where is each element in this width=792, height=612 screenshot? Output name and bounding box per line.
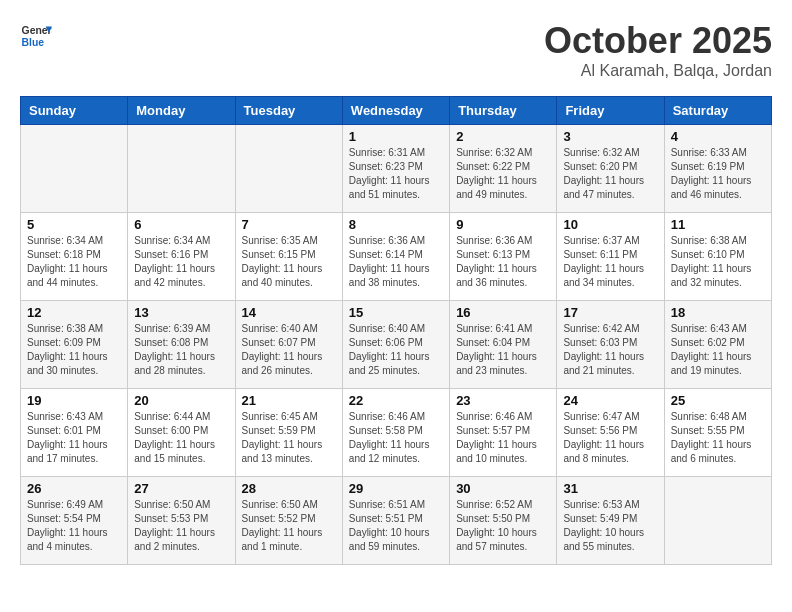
weekday-header: Tuesday bbox=[235, 97, 342, 125]
calendar-day-cell: 12Sunrise: 6:38 AMSunset: 6:09 PMDayligh… bbox=[21, 301, 128, 389]
weekday-header-row: SundayMondayTuesdayWednesdayThursdayFrid… bbox=[21, 97, 772, 125]
day-number: 25 bbox=[671, 393, 765, 408]
day-number: 30 bbox=[456, 481, 550, 496]
day-info: Sunrise: 6:33 AMSunset: 6:19 PMDaylight:… bbox=[671, 146, 765, 202]
day-number: 4 bbox=[671, 129, 765, 144]
weekday-header: Sunday bbox=[21, 97, 128, 125]
calendar-day-cell bbox=[128, 125, 235, 213]
calendar-week-row: 12Sunrise: 6:38 AMSunset: 6:09 PMDayligh… bbox=[21, 301, 772, 389]
day-info: Sunrise: 6:48 AMSunset: 5:55 PMDaylight:… bbox=[671, 410, 765, 466]
weekday-header: Saturday bbox=[664, 97, 771, 125]
calendar-day-cell: 7Sunrise: 6:35 AMSunset: 6:15 PMDaylight… bbox=[235, 213, 342, 301]
calendar-day-cell: 1Sunrise: 6:31 AMSunset: 6:23 PMDaylight… bbox=[342, 125, 449, 213]
day-number: 5 bbox=[27, 217, 121, 232]
day-info: Sunrise: 6:40 AMSunset: 6:07 PMDaylight:… bbox=[242, 322, 336, 378]
day-info: Sunrise: 6:36 AMSunset: 6:14 PMDaylight:… bbox=[349, 234, 443, 290]
calendar-day-cell: 26Sunrise: 6:49 AMSunset: 5:54 PMDayligh… bbox=[21, 477, 128, 565]
page-header: General Blue October 2025 Al Karamah, Ba… bbox=[20, 20, 772, 80]
day-number: 27 bbox=[134, 481, 228, 496]
day-number: 1 bbox=[349, 129, 443, 144]
day-info: Sunrise: 6:34 AMSunset: 6:18 PMDaylight:… bbox=[27, 234, 121, 290]
calendar-day-cell bbox=[664, 477, 771, 565]
day-info: Sunrise: 6:44 AMSunset: 6:00 PMDaylight:… bbox=[134, 410, 228, 466]
logo-icon: General Blue bbox=[20, 20, 52, 52]
calendar-day-cell: 21Sunrise: 6:45 AMSunset: 5:59 PMDayligh… bbox=[235, 389, 342, 477]
calendar-week-row: 26Sunrise: 6:49 AMSunset: 5:54 PMDayligh… bbox=[21, 477, 772, 565]
logo: General Blue bbox=[20, 20, 52, 52]
day-info: Sunrise: 6:50 AMSunset: 5:52 PMDaylight:… bbox=[242, 498, 336, 554]
calendar-day-cell: 5Sunrise: 6:34 AMSunset: 6:18 PMDaylight… bbox=[21, 213, 128, 301]
day-number: 14 bbox=[242, 305, 336, 320]
day-info: Sunrise: 6:42 AMSunset: 6:03 PMDaylight:… bbox=[563, 322, 657, 378]
day-info: Sunrise: 6:43 AMSunset: 6:01 PMDaylight:… bbox=[27, 410, 121, 466]
title-area: October 2025 Al Karamah, Balqa, Jordan bbox=[544, 20, 772, 80]
calendar-day-cell: 10Sunrise: 6:37 AMSunset: 6:11 PMDayligh… bbox=[557, 213, 664, 301]
svg-text:Blue: Blue bbox=[22, 37, 45, 48]
calendar-day-cell: 28Sunrise: 6:50 AMSunset: 5:52 PMDayligh… bbox=[235, 477, 342, 565]
day-number: 6 bbox=[134, 217, 228, 232]
calendar-day-cell: 23Sunrise: 6:46 AMSunset: 5:57 PMDayligh… bbox=[450, 389, 557, 477]
day-number: 24 bbox=[563, 393, 657, 408]
weekday-header: Thursday bbox=[450, 97, 557, 125]
day-number: 23 bbox=[456, 393, 550, 408]
weekday-header: Friday bbox=[557, 97, 664, 125]
day-number: 19 bbox=[27, 393, 121, 408]
calendar-day-cell: 30Sunrise: 6:52 AMSunset: 5:50 PMDayligh… bbox=[450, 477, 557, 565]
calendar-day-cell: 2Sunrise: 6:32 AMSunset: 6:22 PMDaylight… bbox=[450, 125, 557, 213]
day-info: Sunrise: 6:38 AMSunset: 6:09 PMDaylight:… bbox=[27, 322, 121, 378]
day-number: 31 bbox=[563, 481, 657, 496]
day-info: Sunrise: 6:36 AMSunset: 6:13 PMDaylight:… bbox=[456, 234, 550, 290]
calendar-day-cell: 14Sunrise: 6:40 AMSunset: 6:07 PMDayligh… bbox=[235, 301, 342, 389]
calendar-day-cell: 25Sunrise: 6:48 AMSunset: 5:55 PMDayligh… bbox=[664, 389, 771, 477]
day-info: Sunrise: 6:32 AMSunset: 6:22 PMDaylight:… bbox=[456, 146, 550, 202]
day-info: Sunrise: 6:52 AMSunset: 5:50 PMDaylight:… bbox=[456, 498, 550, 554]
calendar-day-cell: 27Sunrise: 6:50 AMSunset: 5:53 PMDayligh… bbox=[128, 477, 235, 565]
weekday-header: Wednesday bbox=[342, 97, 449, 125]
day-info: Sunrise: 6:32 AMSunset: 6:20 PMDaylight:… bbox=[563, 146, 657, 202]
day-info: Sunrise: 6:47 AMSunset: 5:56 PMDaylight:… bbox=[563, 410, 657, 466]
day-info: Sunrise: 6:46 AMSunset: 5:58 PMDaylight:… bbox=[349, 410, 443, 466]
day-number: 9 bbox=[456, 217, 550, 232]
day-number: 26 bbox=[27, 481, 121, 496]
day-number: 3 bbox=[563, 129, 657, 144]
calendar-day-cell: 4Sunrise: 6:33 AMSunset: 6:19 PMDaylight… bbox=[664, 125, 771, 213]
day-number: 18 bbox=[671, 305, 765, 320]
day-number: 11 bbox=[671, 217, 765, 232]
day-number: 13 bbox=[134, 305, 228, 320]
day-number: 17 bbox=[563, 305, 657, 320]
calendar-day-cell: 9Sunrise: 6:36 AMSunset: 6:13 PMDaylight… bbox=[450, 213, 557, 301]
day-info: Sunrise: 6:41 AMSunset: 6:04 PMDaylight:… bbox=[456, 322, 550, 378]
calendar-day-cell: 19Sunrise: 6:43 AMSunset: 6:01 PMDayligh… bbox=[21, 389, 128, 477]
calendar-week-row: 5Sunrise: 6:34 AMSunset: 6:18 PMDaylight… bbox=[21, 213, 772, 301]
day-info: Sunrise: 6:34 AMSunset: 6:16 PMDaylight:… bbox=[134, 234, 228, 290]
calendar-day-cell: 8Sunrise: 6:36 AMSunset: 6:14 PMDaylight… bbox=[342, 213, 449, 301]
day-number: 2 bbox=[456, 129, 550, 144]
day-number: 15 bbox=[349, 305, 443, 320]
day-info: Sunrise: 6:37 AMSunset: 6:11 PMDaylight:… bbox=[563, 234, 657, 290]
day-info: Sunrise: 6:35 AMSunset: 6:15 PMDaylight:… bbox=[242, 234, 336, 290]
day-number: 29 bbox=[349, 481, 443, 496]
day-number: 20 bbox=[134, 393, 228, 408]
calendar-day-cell: 18Sunrise: 6:43 AMSunset: 6:02 PMDayligh… bbox=[664, 301, 771, 389]
day-number: 8 bbox=[349, 217, 443, 232]
day-number: 22 bbox=[349, 393, 443, 408]
day-number: 12 bbox=[27, 305, 121, 320]
day-info: Sunrise: 6:43 AMSunset: 6:02 PMDaylight:… bbox=[671, 322, 765, 378]
day-number: 28 bbox=[242, 481, 336, 496]
day-info: Sunrise: 6:38 AMSunset: 6:10 PMDaylight:… bbox=[671, 234, 765, 290]
weekday-header: Monday bbox=[128, 97, 235, 125]
calendar-day-cell: 20Sunrise: 6:44 AMSunset: 6:00 PMDayligh… bbox=[128, 389, 235, 477]
calendar-day-cell: 3Sunrise: 6:32 AMSunset: 6:20 PMDaylight… bbox=[557, 125, 664, 213]
calendar-day-cell: 17Sunrise: 6:42 AMSunset: 6:03 PMDayligh… bbox=[557, 301, 664, 389]
calendar-table: SundayMondayTuesdayWednesdayThursdayFrid… bbox=[20, 96, 772, 565]
month-title: October 2025 bbox=[544, 20, 772, 62]
calendar-day-cell: 6Sunrise: 6:34 AMSunset: 6:16 PMDaylight… bbox=[128, 213, 235, 301]
day-info: Sunrise: 6:51 AMSunset: 5:51 PMDaylight:… bbox=[349, 498, 443, 554]
day-info: Sunrise: 6:39 AMSunset: 6:08 PMDaylight:… bbox=[134, 322, 228, 378]
calendar-day-cell: 29Sunrise: 6:51 AMSunset: 5:51 PMDayligh… bbox=[342, 477, 449, 565]
day-info: Sunrise: 6:45 AMSunset: 5:59 PMDaylight:… bbox=[242, 410, 336, 466]
calendar-day-cell: 16Sunrise: 6:41 AMSunset: 6:04 PMDayligh… bbox=[450, 301, 557, 389]
location-subtitle: Al Karamah, Balqa, Jordan bbox=[544, 62, 772, 80]
calendar-week-row: 1Sunrise: 6:31 AMSunset: 6:23 PMDaylight… bbox=[21, 125, 772, 213]
calendar-day-cell: 22Sunrise: 6:46 AMSunset: 5:58 PMDayligh… bbox=[342, 389, 449, 477]
